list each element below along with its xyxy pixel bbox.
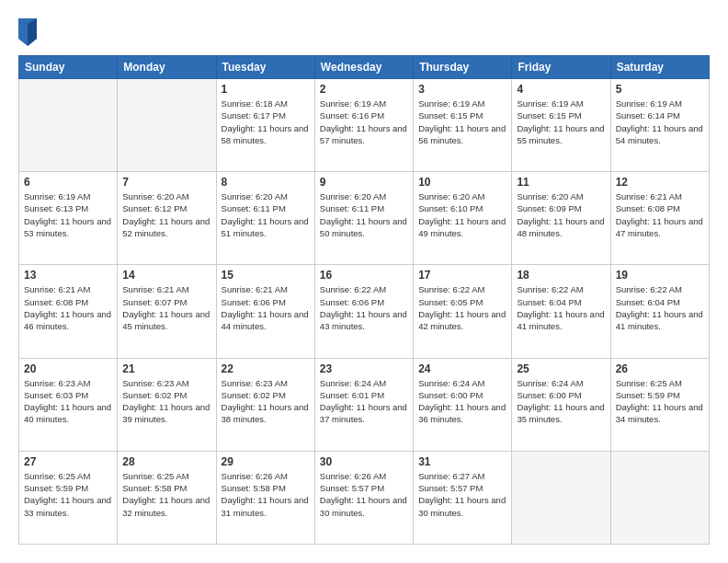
daylight-label: Daylight: 11 hours and 33 minutes. <box>24 495 111 517</box>
daylight-label: Daylight: 11 hours and 54 minutes. <box>616 123 703 145</box>
day-info: Sunrise: 6:18 AM Sunset: 6:17 PM Dayligh… <box>222 98 310 146</box>
day-number: 14 <box>122 269 210 282</box>
calendar-table: SundayMondayTuesdayWednesdayThursdayFrid… <box>18 55 710 545</box>
sunset-label: Sunset: 6:06 PM <box>222 297 286 307</box>
daylight-label: Daylight: 11 hours and 38 minutes. <box>222 402 309 424</box>
sunrise-label: Sunrise: 6:18 AM <box>222 98 288 109</box>
calendar-header-sunday: Sunday <box>19 56 118 79</box>
daylight-label: Daylight: 11 hours and 41 minutes. <box>517 309 604 331</box>
sunset-label: Sunset: 6:07 PM <box>122 297 187 307</box>
day-number: 16 <box>320 269 408 282</box>
sunset-label: Sunset: 6:11 PM <box>222 203 286 213</box>
calendar-cell: 14 Sunrise: 6:21 AM Sunset: 6:07 PM Dayl… <box>118 265 216 358</box>
daylight-label: Daylight: 11 hours and 31 minutes. <box>222 495 309 517</box>
sunrise-label: Sunrise: 6:20 AM <box>320 191 386 201</box>
day-number: 20 <box>24 362 112 375</box>
sunset-label: Sunset: 6:12 PM <box>122 203 187 213</box>
sunrise-label: Sunrise: 6:21 AM <box>222 284 288 294</box>
calendar-cell: 13 Sunrise: 6:21 AM Sunset: 6:08 PM Dayl… <box>19 265 118 358</box>
daylight-label: Daylight: 11 hours and 45 minutes. <box>122 309 210 331</box>
sunset-label: Sunset: 6:04 PM <box>517 297 581 307</box>
daylight-label: Daylight: 11 hours and 53 minutes. <box>24 216 111 238</box>
sunset-label: Sunset: 6:06 PM <box>320 297 384 307</box>
sunset-label: Sunset: 6:02 PM <box>222 390 286 400</box>
sunset-label: Sunset: 6:17 PM <box>222 110 286 121</box>
sunrise-label: Sunrise: 6:25 AM <box>24 471 90 481</box>
sunrise-label: Sunrise: 6:19 AM <box>517 98 583 109</box>
day-number: 8 <box>222 176 310 189</box>
calendar-cell <box>512 451 610 544</box>
calendar-cell: 20 Sunrise: 6:23 AM Sunset: 6:03 PM Dayl… <box>19 358 118 451</box>
day-number: 11 <box>517 176 605 189</box>
calendar-cell: 9 Sunrise: 6:20 AM Sunset: 6:11 PM Dayli… <box>314 172 413 265</box>
day-info: Sunrise: 6:22 AM Sunset: 6:05 PM Dayligh… <box>418 283 506 332</box>
sunset-label: Sunset: 6:16 PM <box>320 110 384 121</box>
sunrise-label: Sunrise: 6:21 AM <box>616 191 682 201</box>
calendar-header-monday: Monday <box>118 56 216 79</box>
calendar-cell: 4 Sunrise: 6:19 AM Sunset: 6:15 PM Dayli… <box>512 79 610 172</box>
day-number: 1 <box>222 83 310 96</box>
day-info: Sunrise: 6:22 AM Sunset: 6:06 PM Dayligh… <box>320 283 408 332</box>
sunrise-label: Sunrise: 6:27 AM <box>418 471 484 481</box>
sunrise-label: Sunrise: 6:22 AM <box>418 284 484 294</box>
sunset-label: Sunset: 6:08 PM <box>24 297 88 307</box>
day-number: 9 <box>320 176 408 189</box>
day-info: Sunrise: 6:22 AM Sunset: 6:04 PM Dayligh… <box>616 283 704 332</box>
sunrise-label: Sunrise: 6:20 AM <box>418 191 484 201</box>
daylight-label: Daylight: 11 hours and 32 minutes. <box>122 495 210 517</box>
calendar-cell: 28 Sunrise: 6:25 AM Sunset: 5:58 PM Dayl… <box>118 451 216 544</box>
sunrise-label: Sunrise: 6:23 AM <box>122 378 188 388</box>
daylight-label: Daylight: 11 hours and 44 minutes. <box>222 309 309 331</box>
sunrise-label: Sunrise: 6:26 AM <box>320 471 386 481</box>
day-info: Sunrise: 6:24 AM Sunset: 6:00 PM Dayligh… <box>418 377 506 426</box>
sunrise-label: Sunrise: 6:19 AM <box>320 98 386 109</box>
sunrise-label: Sunrise: 6:20 AM <box>122 191 188 201</box>
calendar-cell <box>118 79 216 172</box>
day-info: Sunrise: 6:26 AM Sunset: 5:57 PM Dayligh… <box>320 470 408 519</box>
sunrise-label: Sunrise: 6:26 AM <box>222 471 288 481</box>
calendar-cell: 25 Sunrise: 6:24 AM Sunset: 6:00 PM Dayl… <box>512 358 610 451</box>
day-info: Sunrise: 6:20 AM Sunset: 6:10 PM Dayligh… <box>418 190 506 239</box>
day-number: 10 <box>418 176 506 189</box>
calendar-cell: 29 Sunrise: 6:26 AM Sunset: 5:58 PM Dayl… <box>216 451 314 544</box>
calendar-header-wednesday: Wednesday <box>314 56 413 79</box>
calendar-cell: 2 Sunrise: 6:19 AM Sunset: 6:16 PM Dayli… <box>314 79 413 172</box>
day-info: Sunrise: 6:19 AM Sunset: 6:16 PM Dayligh… <box>320 98 408 146</box>
day-info: Sunrise: 6:20 AM Sunset: 6:11 PM Dayligh… <box>320 190 408 239</box>
sunset-label: Sunset: 6:15 PM <box>517 110 581 121</box>
sunrise-label: Sunrise: 6:25 AM <box>122 471 188 481</box>
calendar-cell: 16 Sunrise: 6:22 AM Sunset: 6:06 PM Dayl… <box>314 265 413 358</box>
sunset-label: Sunset: 5:57 PM <box>418 483 483 493</box>
calendar-cell: 5 Sunrise: 6:19 AM Sunset: 6:14 PM Dayli… <box>610 79 709 172</box>
sunrise-label: Sunrise: 6:21 AM <box>122 284 188 294</box>
day-number: 2 <box>320 83 408 96</box>
daylight-label: Daylight: 11 hours and 39 minutes. <box>122 402 210 424</box>
day-info: Sunrise: 6:25 AM Sunset: 5:59 PM Dayligh… <box>616 377 704 426</box>
sunrise-label: Sunrise: 6:23 AM <box>24 378 90 388</box>
sunrise-label: Sunrise: 6:22 AM <box>616 284 682 294</box>
sunrise-label: Sunrise: 6:24 AM <box>418 378 484 388</box>
day-number: 19 <box>616 269 704 282</box>
calendar-cell: 26 Sunrise: 6:25 AM Sunset: 5:59 PM Dayl… <box>610 358 709 451</box>
daylight-label: Daylight: 11 hours and 30 minutes. <box>320 495 407 517</box>
sunset-label: Sunset: 5:57 PM <box>320 483 384 493</box>
calendar-week-1: 1 Sunrise: 6:18 AM Sunset: 6:17 PM Dayli… <box>19 79 710 172</box>
sunset-label: Sunset: 5:59 PM <box>24 483 88 493</box>
sunrise-label: Sunrise: 6:20 AM <box>517 191 583 201</box>
sunset-label: Sunset: 6:04 PM <box>616 297 680 307</box>
sunset-label: Sunset: 6:15 PM <box>418 110 483 121</box>
daylight-label: Daylight: 11 hours and 50 minutes. <box>320 216 407 238</box>
calendar-cell: 3 Sunrise: 6:19 AM Sunset: 6:15 PM Dayli… <box>414 79 512 172</box>
sunrise-label: Sunrise: 6:23 AM <box>222 378 288 388</box>
day-number: 30 <box>320 455 408 468</box>
header <box>18 18 710 46</box>
daylight-label: Daylight: 11 hours and 48 minutes. <box>517 216 604 238</box>
calendar-cell: 30 Sunrise: 6:26 AM Sunset: 5:57 PM Dayl… <box>314 451 413 544</box>
daylight-label: Daylight: 11 hours and 58 minutes. <box>222 123 309 145</box>
calendar-week-2: 6 Sunrise: 6:19 AM Sunset: 6:13 PM Dayli… <box>19 172 710 265</box>
sunset-label: Sunset: 5:59 PM <box>616 390 680 400</box>
day-number: 28 <box>122 455 210 468</box>
day-number: 21 <box>122 362 210 375</box>
day-info: Sunrise: 6:19 AM Sunset: 6:14 PM Dayligh… <box>616 98 704 146</box>
day-info: Sunrise: 6:23 AM Sunset: 6:02 PM Dayligh… <box>122 377 210 426</box>
